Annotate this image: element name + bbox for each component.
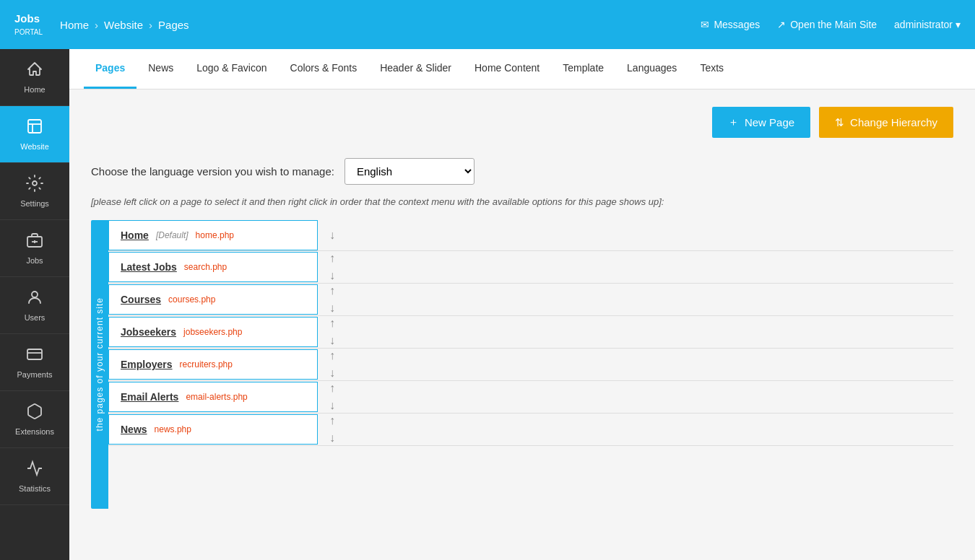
page-item-courses[interactable]: Courses courses.php xyxy=(108,284,318,315)
vertical-label-container: the pages of your current site xyxy=(91,220,108,509)
open-main-site-label: Open the Main Site xyxy=(790,19,877,30)
page-name-latest-jobs: Latest Jobs xyxy=(121,261,177,273)
page-item-email-alerts[interactable]: Email Alerts email-alerts.php xyxy=(108,382,318,412)
open-main-site-link[interactable]: ↗ Open the Main Site xyxy=(777,19,877,30)
arrow-controls-employers: ↑ ↓ xyxy=(326,349,338,380)
pages-tree: the pages of your current site Home [Def… xyxy=(91,220,953,509)
page-name-news: News xyxy=(121,424,147,435)
arrow-up-email-alerts[interactable]: ↑ xyxy=(326,381,338,395)
extensions-icon xyxy=(26,403,43,423)
app-name: JobsPORTAL xyxy=(14,12,43,37)
svg-rect-8 xyxy=(27,349,42,359)
arrow-up-latest-jobs[interactable]: ↑ xyxy=(326,251,338,266)
sidebar-item-website[interactable]: Website xyxy=(0,106,69,163)
language-select[interactable]: English Spanish French German xyxy=(344,158,474,185)
users-icon xyxy=(26,289,43,309)
new-page-label: New Page xyxy=(745,116,794,128)
website-icon xyxy=(26,118,43,138)
page-item-jobseekers[interactable]: Jobseekers jobseekers.php xyxy=(108,317,318,347)
svg-point-3 xyxy=(32,181,37,185)
table-row: Email Alerts email-alerts.php ↑ ↓ xyxy=(108,381,953,414)
page-name-employers: Employers xyxy=(121,359,173,370)
sidebar-item-home[interactable]: Home xyxy=(0,49,69,106)
tab-logo-favicon[interactable]: Logo & Favicon xyxy=(185,49,278,89)
sidebar-label-jobs: Jobs xyxy=(26,256,43,265)
change-hierarchy-button[interactable]: ⇅ Change Hierarchy xyxy=(819,107,953,138)
payments-icon xyxy=(26,346,43,366)
tab-texts[interactable]: Texts xyxy=(688,49,735,89)
arrow-down-latest-jobs[interactable]: ↓ xyxy=(326,268,338,283)
table-row: Courses courses.php ↑ ↓ xyxy=(108,284,953,316)
arrow-up-jobseekers[interactable]: ↑ xyxy=(326,316,338,331)
breadcrumb-home[interactable]: Home xyxy=(60,19,89,31)
page-filename-email-alerts: email-alerts.php xyxy=(186,392,247,402)
external-link-icon: ↗ xyxy=(777,19,786,30)
arrow-down-courses[interactable]: ↓ xyxy=(326,301,338,315)
arrow-up-news[interactable]: ↑ xyxy=(326,414,338,428)
breadcrumb-sep1: › xyxy=(95,19,98,31)
page-filename-home: home.php xyxy=(196,230,234,240)
sidebar-label-extensions: Extensions xyxy=(15,427,54,436)
arrow-up-courses[interactable]: ↑ xyxy=(326,284,338,298)
language-row: Choose the language version you wish to … xyxy=(91,158,953,185)
breadcrumb-website[interactable]: Website xyxy=(104,19,143,31)
tab-home-content[interactable]: Home Content xyxy=(463,49,551,89)
table-row: Home [Default] home.php ↓ xyxy=(108,220,953,251)
content-area: Pages News Logo & Favicon Colors & Fonts… xyxy=(69,49,975,560)
arrow-down-news[interactable]: ↓ xyxy=(326,431,338,445)
jobs-icon xyxy=(26,232,43,252)
tab-template[interactable]: Template xyxy=(551,49,615,89)
messages-link[interactable]: ✉ Messages xyxy=(701,19,760,30)
home-icon xyxy=(26,61,43,81)
sidebar-item-jobs[interactable]: Jobs xyxy=(0,220,69,277)
vertical-label: the pages of your current site xyxy=(95,297,105,431)
page-filename-news: news.php xyxy=(155,424,191,434)
arrow-down-jobseekers[interactable]: ↓ xyxy=(326,333,338,348)
buttons-row: ＋ New Page ⇅ Change Hierarchy xyxy=(91,107,953,138)
instructions-text: [please left click on a page to select i… xyxy=(91,196,953,207)
arrow-controls-jobseekers: ↑ ↓ xyxy=(326,316,338,348)
arrow-controls-latest-jobs: ↑ ↓ xyxy=(326,251,338,283)
sidebar-item-payments[interactable]: Payments xyxy=(0,334,69,391)
breadcrumb-pages: Pages xyxy=(158,19,189,31)
page-item-latest-jobs[interactable]: Latest Jobs search.php xyxy=(108,252,318,282)
tab-colors-fonts[interactable]: Colors & Fonts xyxy=(279,49,369,89)
sidebar-item-settings[interactable]: Settings xyxy=(0,163,69,220)
page-content: ＋ New Page ⇅ Change Hierarchy Choose the… xyxy=(69,89,975,526)
top-header: JobsPORTAL Home › Website › Pages ✉ Mess… xyxy=(0,0,975,49)
new-page-icon: ＋ xyxy=(728,115,739,129)
tab-nav: Pages News Logo & Favicon Colors & Fonts… xyxy=(69,49,975,89)
page-item-news[interactable]: News news.php xyxy=(108,414,318,445)
tab-news[interactable]: News xyxy=(136,49,185,89)
settings-icon xyxy=(26,175,43,195)
sidebar-label-settings: Settings xyxy=(20,199,49,208)
tab-languages[interactable]: Languages xyxy=(615,49,688,89)
table-row: Employers recruiters.php ↑ ↓ xyxy=(108,349,953,381)
user-name: administrator xyxy=(894,19,953,30)
page-name-home: Home xyxy=(121,229,149,241)
sidebar-item-users[interactable]: Users xyxy=(0,277,69,334)
arrow-controls-email-alerts: ↑ ↓ xyxy=(326,381,338,413)
messages-label: Messages xyxy=(714,19,760,30)
page-item-home[interactable]: Home [Default] home.php xyxy=(108,220,318,250)
page-name-jobseekers: Jobseekers xyxy=(121,326,176,338)
arrow-up-employers[interactable]: ↑ xyxy=(326,349,338,363)
sidebar-item-extensions[interactable]: Extensions xyxy=(0,391,69,448)
table-row: Jobseekers jobseekers.php ↑ ↓ xyxy=(108,316,953,349)
arrow-down-home[interactable]: ↓ xyxy=(326,228,338,242)
page-item-employers[interactable]: Employers recruiters.php xyxy=(108,349,318,380)
header-right: ✉ Messages ↗ Open the Main Site administ… xyxy=(701,19,961,30)
new-page-button[interactable]: ＋ New Page xyxy=(712,107,810,138)
tab-pages[interactable]: Pages xyxy=(84,49,136,89)
user-menu[interactable]: administrator ▾ xyxy=(894,19,961,30)
sidebar-label-users: Users xyxy=(25,313,46,322)
page-filename-latest-jobs: search.php xyxy=(184,262,227,272)
page-tag-home: [Default] xyxy=(156,230,188,240)
sidebar-item-statistics[interactable]: Statistics xyxy=(0,448,69,505)
page-filename-jobseekers: jobseekers.php xyxy=(183,327,242,337)
tab-header-slider[interactable]: Header & Slider xyxy=(368,49,463,89)
arrow-down-email-alerts[interactable]: ↓ xyxy=(326,398,338,413)
change-hierarchy-label: Change Hierarchy xyxy=(850,116,937,128)
arrow-down-employers[interactable]: ↓ xyxy=(326,366,338,380)
chevron-down-icon: ▾ xyxy=(956,19,961,30)
